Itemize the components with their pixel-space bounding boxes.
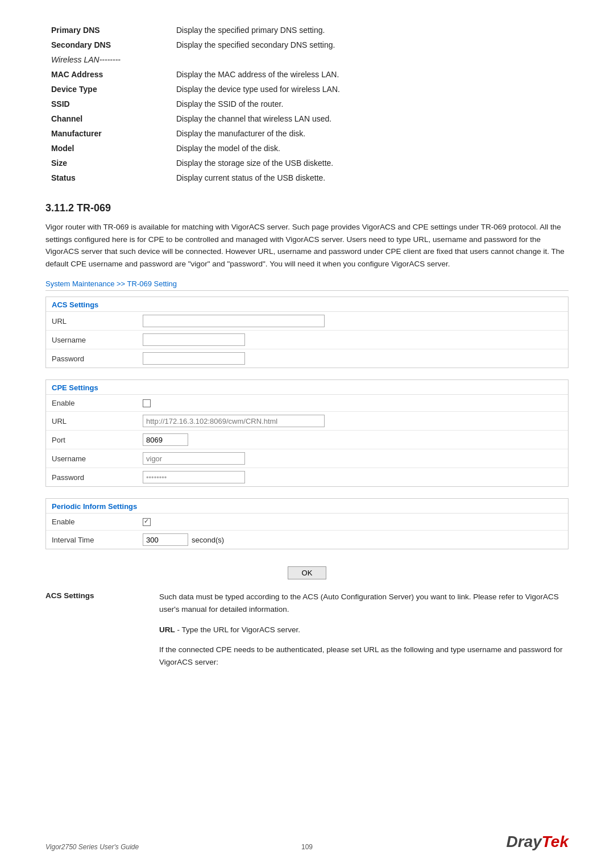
cpe-username-label: Username [52, 454, 143, 463]
acs-url-label: URL [52, 317, 143, 326]
footer-brand: DrayTek [507, 833, 569, 851]
brand-dray: Dray [507, 833, 542, 850]
cpe-username-input[interactable] [143, 452, 245, 465]
info-row-value [171, 52, 569, 67]
info-row-value: Display the model of the disk. [171, 141, 569, 156]
cpe-settings-form: CPE Settings Enable URL Port Username Pa… [45, 379, 569, 487]
info-table-row: Secondary DNSDisplay the specified secon… [45, 37, 569, 52]
info-row-label: Channel [45, 111, 171, 126]
info-table-row: ManufacturerDisplay the manufacturer of … [45, 126, 569, 141]
breadcrumb[interactable]: System Maintenance >> TR-069 Setting [45, 279, 177, 288]
info-row-value: Display the device type used for wireles… [171, 82, 569, 97]
periodic-inform-header: Periodic Inform Settings [46, 499, 568, 514]
cpe-password-input[interactable] [143, 471, 245, 483]
acs-username-input[interactable] [143, 333, 245, 346]
info-row-label: Manufacturer [45, 126, 171, 141]
info-table-row: ChannelDisplay the channel that wireless… [45, 111, 569, 126]
footer-page: 109 [301, 843, 313, 851]
info-row-label: Wireless LAN-------- [45, 52, 171, 67]
periodic-inform-form: Periodic Inform Settings Enable Interval… [45, 498, 569, 549]
info-row-label: Primary DNS [45, 23, 171, 37]
periodic-enable-row: Enable [46, 514, 568, 531]
info-row-value: Display the channel that wireless LAN us… [171, 111, 569, 126]
info-table: Primary DNSDisplay the specified primary… [45, 23, 569, 185]
cpe-password-row: Password [46, 468, 568, 486]
periodic-interval-row: Interval Time second(s) [46, 531, 568, 549]
cpe-enable-label: Enable [52, 399, 143, 407]
cpe-username-row: Username [46, 449, 568, 468]
info-row-label: Model [45, 141, 171, 156]
cpe-auth-desc-row: If the connected CPE needs to be authent… [45, 644, 569, 668]
description-section: ACS Settings Such data must be typed acc… [45, 591, 569, 668]
info-table-row: SizeDisplay the storage size of the USB … [45, 156, 569, 170]
section-body-text: Vigor router with TR-069 is available fo… [45, 221, 569, 270]
brand-tek: Tek [542, 833, 569, 850]
info-row-label: Status [45, 170, 171, 185]
cpe-enable-row: Enable [46, 395, 568, 412]
info-row-value: Display the SSID of the router. [171, 97, 569, 111]
ok-button[interactable]: OK [288, 566, 327, 579]
cpe-url-label: URL [52, 417, 143, 425]
footer-guide: Vigor2750 Series User's Guide [45, 843, 139, 851]
info-table-row: SSIDDisplay the SSID of the router. [45, 97, 569, 111]
cpe-auth-desc-label [45, 644, 159, 644]
info-row-label: SSID [45, 97, 171, 111]
cpe-port-label: Port [52, 436, 143, 444]
cpe-enable-checkbox[interactable] [143, 399, 151, 407]
info-table-row: Wireless LAN-------- [45, 52, 569, 67]
info-row-value: Display the specified secondary DNS sett… [171, 37, 569, 52]
acs-settings-desc-label: ACS Settings [45, 591, 159, 600]
info-table-row: MAC AddressDisplay the MAC address of th… [45, 67, 569, 82]
cpe-settings-header: CPE Settings [46, 380, 568, 395]
cpe-auth-desc-text: If the connected CPE needs to be authent… [159, 644, 569, 668]
acs-username-label: Username [52, 336, 143, 344]
acs-url-input[interactable] [143, 315, 325, 327]
info-row-value: Display current status of the USB disket… [171, 170, 569, 185]
info-row-value: Display the storage size of the USB disk… [171, 156, 569, 170]
acs-settings-form: ACS Settings URL Username Password [45, 297, 569, 368]
periodic-enable-label: Enable [52, 518, 143, 526]
info-table-row: ModelDisplay the model of the disk. [45, 141, 569, 156]
acs-username-row: Username [46, 331, 568, 349]
cpe-url-input[interactable] [143, 415, 325, 427]
info-row-label: Device Type [45, 82, 171, 97]
url-desc-row: URL - Type the URL for VigorACS server. [45, 624, 569, 636]
periodic-interval-label: Interval Time [52, 536, 143, 544]
cpe-url-row: URL [46, 412, 568, 431]
acs-password-row: Password [46, 349, 568, 368]
info-row-value: Display the manufacturer of the disk. [171, 126, 569, 141]
info-row-label: MAC Address [45, 67, 171, 82]
info-row-label: Size [45, 156, 171, 170]
periodic-interval-input[interactable] [143, 533, 188, 546]
cpe-port-input[interactable] [143, 433, 188, 446]
acs-password-input[interactable] [143, 352, 245, 365]
info-row-label: Secondary DNS [45, 37, 171, 52]
periodic-enable-checkbox[interactable] [143, 518, 151, 526]
section-heading: 3.11.2 TR-069 [45, 202, 569, 214]
info-row-value: Display the specified primary DNS settin… [171, 23, 569, 37]
ok-button-container: OK [45, 561, 569, 585]
acs-settings-header: ACS Settings [46, 297, 568, 312]
acs-settings-desc-row: ACS Settings Such data must be typed acc… [45, 591, 569, 615]
url-desc-text: URL - Type the URL for VigorACS server. [159, 624, 569, 636]
info-table-row: StatusDisplay current status of the USB … [45, 170, 569, 185]
page-footer: Vigor2750 Series User's Guide 109 DrayTe… [45, 833, 569, 851]
cpe-port-row: Port [46, 431, 568, 449]
acs-settings-desc-text: Such data must be typed according to the… [159, 591, 569, 615]
info-row-value: Display the MAC address of the wireless … [171, 67, 569, 82]
seconds-label: second(s) [192, 536, 224, 544]
acs-url-row: URL [46, 312, 568, 331]
info-table-row: Primary DNSDisplay the specified primary… [45, 23, 569, 37]
cpe-password-label: Password [52, 473, 143, 482]
url-desc-label [45, 624, 159, 624]
acs-password-label: Password [52, 354, 143, 363]
info-table-row: Device TypeDisplay the device type used … [45, 82, 569, 97]
